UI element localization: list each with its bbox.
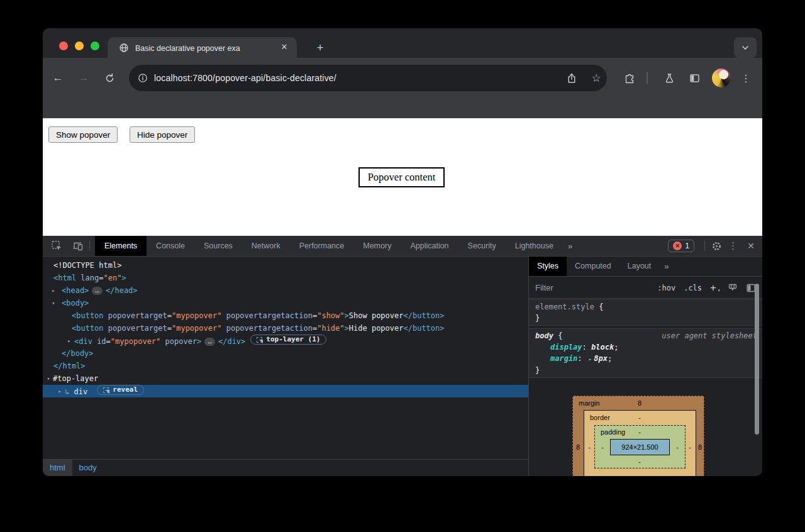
margin-left-value[interactable]: 8 — [576, 443, 580, 451]
new-style-rule-button[interactable]: +▾ — [710, 282, 719, 293]
devtools-panel: ElementsConsoleSourcesNetworkPerformance… — [43, 236, 762, 476]
devtools-close-icon[interactable]: ✕ — [743, 241, 762, 251]
dom-node-row[interactable]: ▾#top-layer — [43, 372, 528, 385]
share-icon[interactable] — [564, 70, 579, 86]
bookmark-star-icon[interactable]: ☆ — [589, 70, 604, 86]
margin-top-value[interactable]: 8 — [638, 399, 641, 407]
profile-avatar[interactable] — [712, 69, 731, 87]
rendering-brush-icon[interactable] — [728, 283, 738, 293]
box-model-diagram[interactable]: 924×21.500 margin 8 border - padding - 8… — [569, 396, 708, 476]
site-info-icon[interactable] — [138, 73, 148, 83]
styles-filter-input[interactable] — [535, 283, 649, 292]
devtools-settings-gear-icon[interactable] — [710, 240, 723, 252]
traffic-maximize-button[interactable] — [91, 42, 99, 50]
back-button[interactable]: ← — [50, 70, 65, 86]
inspect-element-icon[interactable] — [50, 240, 63, 252]
styles-toggle-cls[interactable]: .cls — [684, 284, 702, 292]
collapse-arrow-icon[interactable]: ▾ — [50, 297, 57, 309]
reload-button[interactable] — [102, 70, 117, 86]
property-name[interactable]: display — [550, 343, 582, 352]
property-name[interactable]: margin — [550, 354, 577, 363]
expand-arrow-icon[interactable]: ▸ — [50, 284, 57, 297]
devtools-menu-kebab-icon[interactable]: ⋮ — [723, 240, 743, 252]
forward-button[interactable]: → — [76, 70, 91, 86]
padding-bottom-value[interactable]: - — [638, 458, 641, 465]
styles-toggle-hov[interactable]: :hov — [657, 284, 675, 292]
css-rule-element.style[interactable]: element.style {} — [529, 299, 762, 326]
padding-right-value[interactable]: - — [676, 443, 679, 451]
breadcrumb-item-html[interactable]: html — [43, 460, 72, 476]
code-token: Hide popover — [349, 324, 404, 333]
padding-left-value[interactable]: - — [601, 443, 604, 451]
border-left-value[interactable]: - — [588, 443, 591, 451]
dom-node-row[interactable]: <!DOCTYPE html> — [43, 259, 528, 272]
css-rule-body[interactable]: body {user agent stylesheetdisplay: bloc… — [529, 328, 762, 378]
property-value[interactable]: 8px — [594, 354, 608, 363]
padding-top-value[interactable]: - — [638, 428, 641, 436]
border-right-value[interactable]: - — [689, 443, 691, 451]
code-token: </body> — [62, 349, 94, 358]
devtools-tab-performance[interactable]: Performance — [290, 236, 354, 256]
styles-tab-layout[interactable]: Layout — [619, 257, 660, 276]
device-toolbar-icon[interactable] — [72, 240, 84, 252]
dom-node-row[interactable]: </body> — [43, 347, 528, 360]
css-property-margin[interactable]: margin: ▸8px; — [535, 353, 757, 365]
browser-tab[interactable]: Basic declarative popover exa ✕ — [108, 37, 297, 58]
extensions-puzzle-icon[interactable] — [622, 70, 637, 86]
css-property-display[interactable]: display: block; — [535, 341, 757, 353]
styles-tab-computed[interactable]: Computed — [567, 257, 619, 276]
devtools-tab-memory[interactable]: Memory — [353, 236, 401, 256]
devtools-tab-network[interactable]: Network — [242, 236, 290, 256]
devtools-tab-sources[interactable]: Sources — [194, 236, 242, 256]
traffic-close-button[interactable] — [59, 42, 68, 50]
side-panel-icon[interactable] — [687, 70, 702, 86]
traffic-minimize-button[interactable] — [75, 42, 84, 50]
adorner-badge[interactable]: reveal — [97, 385, 144, 395]
dom-node-code: <!DOCTYPE html> — [43, 259, 121, 272]
dom-node-row[interactable]: <button popovertarget="mypopover" popove… — [43, 309, 528, 322]
property-value[interactable]: block — [591, 343, 614, 352]
dom-node-row[interactable]: ▸↳ div reveal — [43, 385, 528, 397]
adorner-badge[interactable]: top-layer (1) — [250, 335, 326, 345]
margin-right-value[interactable]: 8 — [698, 443, 702, 451]
issues-error-badge[interactable]: ✕ 1 — [668, 240, 694, 252]
breadcrumb-item-body[interactable]: body — [72, 460, 104, 476]
code-token: #top-layer — [53, 374, 98, 383]
new-tab-button[interactable]: + — [313, 41, 327, 55]
dom-node-row[interactable]: <html lang="en"> — [43, 272, 528, 284]
expand-arrow-icon[interactable]: ▸ — [66, 335, 72, 347]
styles-scrollbar-thumb[interactable] — [755, 284, 759, 435]
browser-menu-kebab-icon[interactable]: ⋮ — [738, 70, 753, 86]
collapse-arrow-icon[interactable]: ▾ — [45, 372, 52, 385]
box-model-content[interactable]: 924×21.500 — [610, 439, 670, 455]
devtools-tab-elements[interactable]: Elements — [95, 236, 147, 256]
more-tabs-chevrons[interactable]: » — [563, 241, 577, 251]
inline-expand-ellipsis-button[interactable]: … — [204, 338, 215, 346]
inline-expand-ellipsis-button[interactable]: … — [92, 287, 103, 295]
dom-node-row[interactable]: ▾<body> — [43, 297, 528, 309]
toolbar-divider — [647, 72, 648, 84]
url-text[interactable]: localhost:7800/popover-api/basic-declara… — [154, 73, 336, 83]
url-bar[interactable]: localhost:7800/popover-api/basic-declara… — [129, 65, 607, 91]
dom-node-row[interactable]: <button popovertarget="mypopover" popove… — [43, 322, 528, 335]
rule-selector[interactable]: body — [535, 331, 553, 340]
dom-node-row[interactable]: </html> — [43, 360, 528, 372]
dom-node-row[interactable]: ▸<div id="mypopover" popover>…</div>top-… — [43, 335, 528, 347]
devtools-tab-application[interactable]: Application — [401, 236, 458, 256]
hide-popover-button[interactable]: Hide popover — [130, 126, 195, 143]
expand-arrow-icon[interactable]: ▸ — [57, 385, 63, 397]
devtools-tab-lighthouse[interactable]: Lighthouse — [506, 236, 563, 256]
border-top-value[interactable]: - — [638, 414, 641, 421]
dom-node-row[interactable]: ▸<head>…</head> — [43, 284, 528, 297]
show-popover-button[interactable]: Show popover — [48, 126, 118, 143]
devtools-tab-console[interactable]: Console — [147, 236, 194, 256]
property-expand-arrow-icon[interactable]: ▸ — [589, 356, 592, 362]
tab-close-icon[interactable]: ✕ — [279, 42, 289, 52]
code-token: <!DOCTYPE html> — [53, 261, 121, 270]
rule-selector[interactable]: element.style — [535, 302, 594, 311]
styles-tab-styles[interactable]: Styles — [529, 257, 567, 276]
tab-search-chevron-button[interactable] — [734, 37, 757, 58]
devtools-tab-security[interactable]: Security — [458, 236, 506, 256]
experiments-flask-icon[interactable] — [662, 70, 677, 86]
styles-more-tabs-chevrons[interactable]: » — [659, 262, 674, 271]
